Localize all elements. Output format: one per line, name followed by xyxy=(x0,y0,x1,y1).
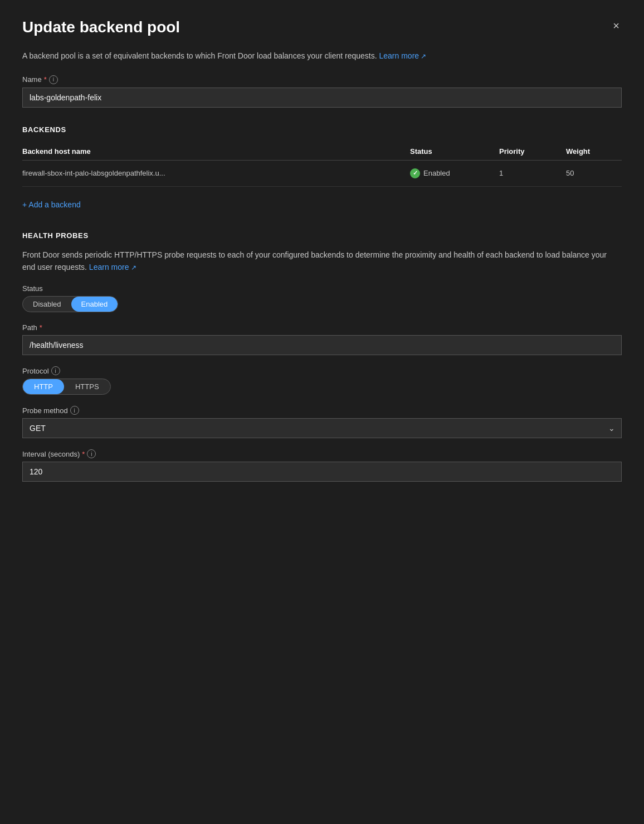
status-toggle-disabled[interactable]: Disabled xyxy=(23,297,71,312)
name-field-group: Name * i xyxy=(22,75,622,108)
probe-method-select[interactable]: GET HEAD xyxy=(22,418,622,438)
description-learn-more-link[interactable]: Learn more xyxy=(379,51,427,60)
table-header-row: Backend host name Status Priority Weight xyxy=(22,143,622,161)
interval-field-group: Interval (seconds) * i xyxy=(22,449,622,482)
interval-field-label: Interval (seconds) * i xyxy=(22,449,622,458)
health-probes-learn-more-link[interactable]: Learn more xyxy=(89,263,136,272)
health-probe-status-label: Status xyxy=(22,284,622,293)
path-required-star: * xyxy=(40,323,42,332)
probe-method-select-container: GET HEAD ⌄ xyxy=(22,418,622,438)
panel-description: A backend pool is a set of equivalent ba… xyxy=(22,50,622,62)
status-toggle-group: Disabled Enabled xyxy=(22,296,118,312)
status-toggle-enabled[interactable]: Enabled xyxy=(71,297,118,312)
name-field-label: Name * i xyxy=(22,75,622,84)
protocol-field-label: Protocol i xyxy=(22,366,622,375)
name-required-star: * xyxy=(44,75,47,84)
backend-weight-cell: 50 xyxy=(566,169,622,177)
close-button[interactable]: × xyxy=(611,18,622,33)
probe-method-field-label: Probe method i xyxy=(22,406,622,415)
add-backend-button[interactable]: + Add a backend xyxy=(22,196,81,214)
name-info-icon[interactable]: i xyxy=(49,75,58,84)
name-input[interactable] xyxy=(22,88,622,108)
col-header-status: Status xyxy=(410,147,499,156)
probe-method-field-group: Probe method i GET HEAD ⌄ xyxy=(22,406,622,438)
health-probes-description: Front Door sends periodic HTTP/HTTPS pro… xyxy=(22,249,622,274)
path-input[interactable] xyxy=(22,335,622,355)
backends-table: Backend host name Status Priority Weight… xyxy=(22,143,622,187)
backend-status-cell: Enabled xyxy=(410,168,499,178)
health-probes-section-title: HEALTH PROBES xyxy=(22,231,622,240)
col-header-priority: Priority xyxy=(499,147,566,156)
backends-section-title: BACKENDS xyxy=(22,125,622,134)
probe-method-info-icon[interactable]: i xyxy=(70,406,79,415)
path-field-group: Path * xyxy=(22,323,622,355)
col-header-hostname: Backend host name xyxy=(22,147,410,156)
health-probe-status-field-group: Status Disabled Enabled xyxy=(22,284,622,312)
interval-input[interactable] xyxy=(22,462,622,482)
interval-info-icon[interactable]: i xyxy=(87,449,96,458)
backend-hostname-cell: firewall-sbox-int-palo-labsgoldenpathfel… xyxy=(22,169,410,177)
col-header-weight: Weight xyxy=(566,147,622,156)
protocol-toggle-http[interactable]: HTTP xyxy=(23,379,64,394)
protocol-field-group: Protocol i HTTP HTTPS xyxy=(22,366,622,395)
backend-priority-cell: 1 xyxy=(499,169,566,177)
status-enabled-icon xyxy=(410,168,420,178)
path-field-label: Path * xyxy=(22,323,622,332)
protocol-toggle-https[interactable]: HTTPS xyxy=(64,379,110,394)
protocol-info-icon[interactable]: i xyxy=(51,366,60,375)
panel-title: Update backend pool xyxy=(22,18,180,37)
panel-header: Update backend pool × xyxy=(22,18,622,37)
protocol-toggle-group: HTTP HTTPS xyxy=(22,379,111,395)
update-backend-pool-panel: Update backend pool × A backend pool is … xyxy=(0,0,644,824)
interval-required-star: * xyxy=(82,450,85,458)
table-row[interactable]: firewall-sbox-int-palo-labsgoldenpathfel… xyxy=(22,161,622,187)
